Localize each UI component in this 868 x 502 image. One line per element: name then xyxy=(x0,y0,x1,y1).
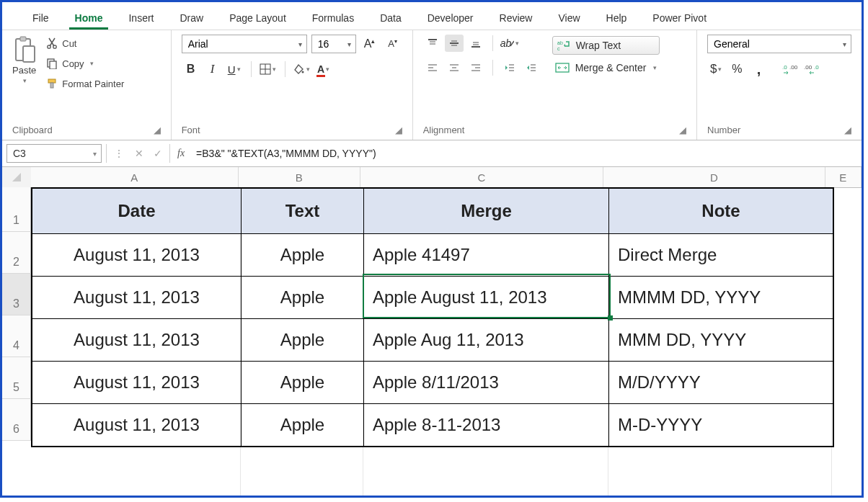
col-header-C[interactable]: C xyxy=(360,167,603,187)
row-header-6[interactable]: 6 xyxy=(2,399,31,441)
chevron-down-icon: ▾ xyxy=(347,40,351,48)
table-cell[interactable]: MMM DD, YYYY xyxy=(609,319,833,361)
tab-data[interactable]: Data xyxy=(367,8,415,30)
italic-button[interactable]: I xyxy=(203,60,222,78)
increase-decimal-button[interactable]: .0.00 xyxy=(781,60,800,78)
tab-view[interactable]: View xyxy=(545,8,593,30)
table-cell[interactable]: August 11, 2013 xyxy=(32,362,242,403)
name-box[interactable]: C3▾ xyxy=(6,144,102,163)
table-header[interactable]: Text xyxy=(242,189,364,233)
orientation-button[interactable]: ab▾ xyxy=(500,35,519,52)
ribbon: Paste ▾ Cut Copy ▾ Format Pain xyxy=(2,30,862,140)
table-cell[interactable]: Apple 8-11-2013 xyxy=(364,404,609,446)
format-painter-button[interactable]: Format Painter xyxy=(43,76,127,91)
table-header[interactable]: Date xyxy=(32,189,242,233)
tab-draw[interactable]: Draw xyxy=(167,8,216,30)
table-cell[interactable]: August 11, 2013 xyxy=(32,404,242,446)
paste-button[interactable]: Paste ▾ xyxy=(12,35,36,91)
dialog-launcher-icon[interactable]: ◢ xyxy=(844,125,851,135)
percent-button[interactable]: % xyxy=(727,60,746,78)
wrap-text-button[interactable]: abc Wrap Text xyxy=(552,36,660,55)
font-color-button[interactable]: A▾ xyxy=(314,60,333,78)
tab-page-layout[interactable]: Page Layout xyxy=(216,8,299,30)
col-header-D[interactable]: D xyxy=(603,167,825,187)
table-cell[interactable]: Direct Merge xyxy=(609,234,833,276)
tab-review[interactable]: Review xyxy=(487,8,546,30)
align-bottom-button[interactable] xyxy=(466,35,485,52)
tab-home[interactable]: Home xyxy=(62,8,116,30)
worksheet[interactable]: ABCDE 123456 DateTextMergeNoteAugust 11,… xyxy=(2,167,862,498)
underline-button[interactable]: U▾ xyxy=(225,60,244,78)
formula-bar: C3▾ ⋮ ✕ ✓ fx =B3&" "&TEXT(A3,"MMMM DD, Y… xyxy=(2,140,862,167)
tab-file[interactable]: File xyxy=(19,8,62,30)
table-cell[interactable]: Apple August 11, 2013 xyxy=(364,277,609,318)
font-name-input[interactable] xyxy=(187,37,296,50)
tab-help[interactable]: Help xyxy=(593,8,640,30)
table-cell[interactable]: M/D/YYYY xyxy=(609,362,833,403)
col-header-B[interactable]: B xyxy=(239,167,360,187)
increase-indent-button[interactable] xyxy=(522,59,541,76)
table-cell[interactable]: August 11, 2013 xyxy=(32,319,242,361)
align-right-button[interactable] xyxy=(466,59,485,76)
align-left-button[interactable] xyxy=(423,59,442,76)
grid-area[interactable]: DateTextMergeNoteAugust 11, 2013AppleApp… xyxy=(31,187,862,498)
table-header[interactable]: Merge xyxy=(364,189,609,233)
tab-insert[interactable]: Insert xyxy=(115,8,167,30)
table-cell[interactable]: MMMM DD, YYYY xyxy=(609,277,833,318)
fill-color-button[interactable]: ▾ xyxy=(293,60,311,78)
bold-button[interactable]: B xyxy=(182,60,200,78)
table-cell[interactable]: Apple 8/11/2013 xyxy=(364,362,609,403)
fx-label[interactable]: fx xyxy=(170,148,192,159)
row-header-5[interactable]: 5 xyxy=(2,357,31,399)
dialog-launcher-icon[interactable]: ◢ xyxy=(679,125,686,135)
dialog-launcher-icon[interactable]: ◢ xyxy=(154,125,161,135)
align-middle-button[interactable] xyxy=(445,35,464,52)
row-header-4[interactable]: 4 xyxy=(2,315,31,357)
select-all-corner[interactable] xyxy=(2,167,32,188)
group-number: ▾ $▾ % , .0.00 .00.0 Number◢ xyxy=(697,30,862,140)
col-header-E[interactable]: E xyxy=(825,167,862,187)
align-center-button[interactable] xyxy=(445,59,464,76)
tab-power-pivot[interactable]: Power Pivot xyxy=(639,8,719,30)
font-size-input[interactable] xyxy=(316,37,345,50)
chevron-down-icon: ▾ xyxy=(306,66,310,73)
table-cell[interactable]: Apple xyxy=(242,362,364,403)
decrease-decimal-button[interactable]: .00.0 xyxy=(802,60,821,78)
table-cell[interactable]: Apple 41497 xyxy=(364,234,609,276)
font-size-combo[interactable]: ▾ xyxy=(311,35,356,53)
increase-font-button[interactable]: A▴ xyxy=(360,35,379,53)
row-header-3[interactable]: 3 xyxy=(2,274,31,315)
table-cell[interactable]: Apple xyxy=(242,234,364,276)
tab-developer[interactable]: Developer xyxy=(415,8,487,30)
merge-center-button[interactable]: Merge & Center ▾ xyxy=(552,60,660,75)
row-header-2[interactable]: 2 xyxy=(2,232,31,274)
cancel-icon[interactable]: ✕ xyxy=(135,148,143,159)
tab-formulas[interactable]: Formulas xyxy=(299,8,367,30)
comma-button[interactable]: , xyxy=(749,60,768,78)
number-format-input[interactable] xyxy=(712,37,840,50)
scissors-icon xyxy=(46,37,58,49)
decrease-indent-button[interactable] xyxy=(500,59,519,76)
row-header-1[interactable]: 1 xyxy=(2,187,31,232)
align-top-button[interactable] xyxy=(423,35,442,52)
table-cell[interactable]: Apple xyxy=(242,404,364,446)
table-cell[interactable]: August 11, 2013 xyxy=(32,277,242,318)
decrease-font-button[interactable]: A▾ xyxy=(384,35,402,53)
table-cell[interactable]: M-D-YYYY xyxy=(609,404,833,446)
table-cell[interactable]: Apple xyxy=(242,277,364,318)
formula-text[interactable]: =B3&" "&TEXT(A3,"MMMM DD, YYYY") xyxy=(192,148,376,159)
table-cell[interactable]: Apple Aug 11, 2013 xyxy=(364,319,609,361)
dialog-launcher-icon[interactable]: ◢ xyxy=(395,125,402,135)
font-name-combo[interactable]: ▾ xyxy=(182,35,307,53)
enter-icon[interactable]: ✓ xyxy=(154,148,162,159)
borders-button[interactable]: ▾ xyxy=(259,60,278,78)
chevron-down-icon: ▾ xyxy=(237,66,241,73)
table-header[interactable]: Note xyxy=(609,189,833,233)
number-format-combo[interactable]: ▾ xyxy=(707,35,851,53)
cut-button[interactable]: Cut xyxy=(43,36,127,50)
table-cell[interactable]: August 11, 2013 xyxy=(32,234,242,276)
table-cell[interactable]: Apple xyxy=(242,319,364,361)
copy-button[interactable]: Copy ▾ xyxy=(43,56,127,71)
accounting-format-button[interactable]: $▾ xyxy=(707,60,725,78)
col-header-A[interactable]: A xyxy=(31,167,239,187)
